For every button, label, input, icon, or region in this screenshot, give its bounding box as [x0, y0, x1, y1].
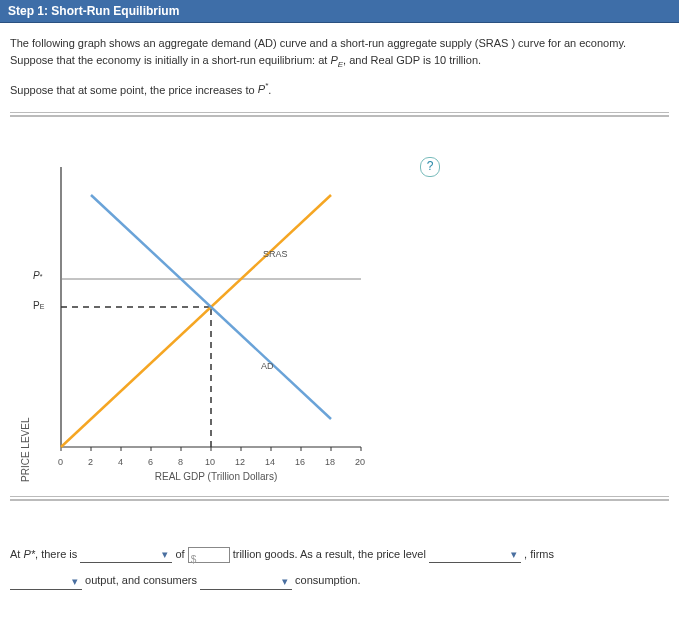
help-icon: ?: [427, 159, 434, 173]
ytick-pe: PE: [33, 300, 44, 311]
chevron-down-icon: ▾: [511, 541, 517, 567]
fill-in-block: At P*, there is ▾ of $ trillion goods. A…: [10, 541, 669, 594]
chevron-down-icon: ▾: [72, 568, 78, 594]
dropdown-consumers-action[interactable]: ▾: [200, 573, 292, 590]
fill-text: At: [10, 548, 23, 560]
input-placeholder: $: [191, 554, 197, 565]
y-tick-labels: P* PE: [33, 157, 51, 457]
x-axis-label: REAL GDP (Trillion Dollars): [51, 471, 381, 482]
xtick: 0: [58, 457, 63, 467]
dropdown-surplus-shortage[interactable]: ▾: [80, 546, 172, 563]
plot: SRAS AD 0 2 4 6 8 10 12 14 16 18 20 REAL…: [51, 157, 381, 482]
chart-svg: SRAS AD: [51, 157, 381, 457]
fill-text: consumption.: [295, 574, 360, 586]
xtick: 14: [265, 457, 275, 467]
fill-text: , there is: [35, 548, 80, 560]
ytick-pstar: P*: [33, 270, 42, 281]
xtick: 12: [235, 457, 245, 467]
xtick: 16: [295, 457, 305, 467]
intro-text: .: [268, 83, 271, 95]
intro-text: The following graph shows an aggregate d…: [10, 37, 626, 66]
chevron-down-icon: ▾: [162, 541, 168, 567]
divider: [10, 496, 669, 501]
step-header: Step 1: Short-Run Equilibrium: [0, 0, 679, 23]
fill-text: trillion goods. As a result, the price l…: [233, 548, 429, 560]
sras-line: [61, 195, 331, 447]
dropdown-firms-action[interactable]: ▾: [10, 573, 82, 590]
symbol-p: P: [330, 54, 337, 66]
y-axis-label: PRICE LEVEL: [20, 157, 31, 482]
xtick: 2: [88, 457, 93, 467]
chevron-down-icon: ▾: [282, 568, 288, 594]
intro-block: The following graph shows an aggregate d…: [10, 35, 669, 98]
intro-text: , and Real GDP is 10 trillion.: [343, 54, 481, 66]
help-button[interactable]: ?: [420, 157, 440, 177]
chart-block: ? PRICE LEVEL P* PE: [20, 157, 440, 482]
dropdown-price-direction[interactable]: ▾: [429, 546, 521, 563]
ad-label: AD: [261, 361, 274, 371]
fill-text: , firms: [524, 548, 554, 560]
intro-paragraph-1: The following graph shows an aggregate d…: [10, 35, 669, 71]
xtick: 4: [118, 457, 123, 467]
intro-text: Suppose that at some point, the price in…: [10, 83, 258, 95]
symbol-p: P: [258, 83, 265, 95]
xtick: 20: [355, 457, 365, 467]
fill-text: output, and consumers: [85, 574, 200, 586]
step-title: Step 1: Short-Run Equilibrium: [8, 4, 179, 18]
fill-text: of: [175, 548, 187, 560]
sras-label: SRAS: [263, 249, 288, 259]
symbol-p: P: [23, 548, 30, 560]
amount-input[interactable]: $: [188, 547, 230, 563]
content-area: The following graph shows an aggregate d…: [0, 23, 679, 621]
plot-wrap: PRICE LEVEL P* PE: [20, 157, 440, 482]
x-tick-labels: 0 2 4 6 8 10 12 14 16 18 20: [51, 457, 381, 469]
xtick: 8: [178, 457, 183, 467]
xtick: 10: [205, 457, 215, 467]
xtick: 6: [148, 457, 153, 467]
intro-paragraph-2: Suppose that at some point, the price in…: [10, 81, 669, 98]
divider: [10, 112, 669, 117]
xtick: 18: [325, 457, 335, 467]
